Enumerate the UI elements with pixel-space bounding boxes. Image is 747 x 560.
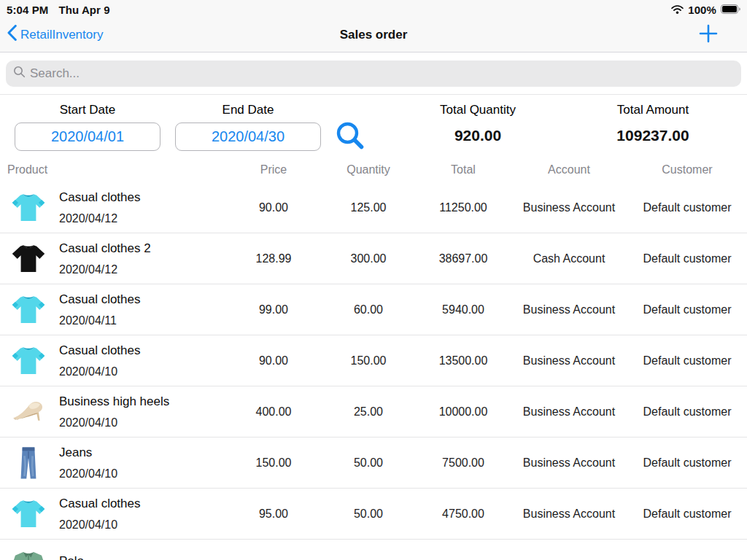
battery-percent: 100% [688, 4, 716, 16]
customer-value: Default customer [627, 456, 747, 470]
high-heel-icon [10, 394, 47, 430]
back-button-label: RetailInventory [20, 28, 103, 42]
price-value: 95.00 [226, 508, 321, 521]
status-bar: 5:04 PM Thu Apr 9 100% [0, 0, 747, 18]
quantity-value: 150.00 [321, 354, 416, 368]
start-date-field[interactable]: 2020/04/01 [15, 122, 160, 151]
sales-order-row[interactable]: Polo [0, 540, 747, 560]
price-value: 90.00 [226, 201, 321, 214]
total-amount-label: Total Amount [591, 103, 715, 117]
account-value: Business Account [511, 456, 627, 470]
price-value: 99.00 [226, 303, 321, 316]
start-date-label: Start Date [15, 103, 160, 117]
price-value: 128.99 [226, 252, 321, 265]
polo-icon [10, 547, 47, 560]
product-name: Casual clothes [59, 497, 141, 511]
product-date: 2020/04/12 [59, 212, 141, 225]
sales-order-row[interactable]: Casual clothes 2020/04/10 90.00 150.00 1… [0, 335, 747, 386]
quantity-value: 300.00 [321, 252, 416, 265]
column-header-customer: Customer [627, 163, 747, 176]
page-title: Sales order [0, 18, 747, 52]
search-input[interactable] [30, 66, 734, 81]
account-value: Business Account [511, 354, 627, 368]
sales-order-row[interactable]: Jeans 2020/04/10 150.00 50.00 7500.00 Bu… [0, 438, 747, 489]
price-value: 400.00 [226, 405, 321, 419]
jeans-icon [10, 445, 47, 481]
sales-order-row[interactable]: Business high heels 2020/04/10 400.00 25… [0, 386, 747, 438]
total-value: 4750.00 [416, 508, 511, 521]
column-header-account: Account [511, 163, 627, 176]
customer-value: Default customer [627, 201, 747, 214]
search-icon [334, 120, 366, 155]
total-value: 7500.00 [416, 456, 511, 470]
account-value: Business Account [511, 201, 627, 214]
total-quantity-label: Total Quantity [416, 103, 540, 117]
sales-order-row[interactable]: Casual clothes 2020/04/11 99.00 60.00 59… [0, 284, 747, 335]
sales-order-row[interactable]: Casual clothes 2020/04/10 95.00 50.00 47… [0, 489, 747, 540]
search-section [0, 52, 747, 95]
back-button[interactable]: RetailInventory [7, 18, 103, 52]
account-value: Business Account [511, 508, 627, 521]
column-header-total: Total [416, 163, 511, 176]
product-name: Casual clothes [59, 190, 141, 205]
end-date-field[interactable]: 2020/04/30 [175, 122, 321, 151]
total-quantity-value: 920.00 [416, 127, 540, 144]
column-header-price: Price [226, 163, 321, 176]
tshirt-cyan-icon [10, 190, 47, 226]
tshirt-black-icon [10, 241, 47, 277]
customer-value: Default customer [627, 303, 747, 316]
customer-value: Default customer [627, 405, 747, 419]
add-order-button[interactable] [699, 18, 718, 52]
wifi-icon [671, 4, 684, 16]
total-value: 13500.00 [416, 354, 511, 368]
plus-icon [699, 24, 718, 46]
filter-search-button[interactable] [334, 121, 366, 153]
account-value: Business Account [511, 405, 627, 419]
product-name: Jeans [59, 446, 117, 460]
account-value: Cash Account [511, 252, 627, 265]
sales-order-row[interactable]: Casual clothes 2 2020/04/12 128.99 300.0… [0, 233, 747, 284]
status-date: Thu Apr 9 [58, 4, 109, 16]
quantity-value: 50.00 [321, 508, 416, 521]
table-header-row: ProductPriceQuantityTotalAccountCustomer [0, 158, 747, 182]
navigation-bar: RetailInventory Sales order [0, 18, 747, 52]
product-date: 2020/04/10 [59, 467, 117, 481]
total-value: 38697.00 [416, 252, 511, 265]
status-time: 5:04 PM [7, 4, 48, 16]
column-header-quantity: Quantity [321, 163, 416, 176]
tshirt-cyan-icon [10, 496, 47, 532]
sales-order-row[interactable]: Casual clothes 2020/04/12 90.00 125.00 1… [0, 182, 747, 233]
product-name: Polo [59, 554, 84, 560]
product-name: Casual clothes [59, 343, 141, 358]
customer-value: Default customer [627, 252, 747, 265]
quantity-value: 25.00 [321, 405, 416, 419]
price-value: 90.00 [226, 354, 321, 368]
chevron-left-icon [7, 25, 17, 44]
filter-section: Start Date End Date Total Quantity Total… [0, 95, 747, 158]
battery-full-icon [721, 4, 740, 16]
product-name: Business high heels [59, 394, 169, 409]
total-value: 5940.00 [416, 303, 511, 316]
tshirt-cyan-icon [10, 343, 47, 379]
quantity-value: 125.00 [321, 201, 416, 214]
product-date: 2020/04/10 [59, 416, 169, 429]
sales-order-list: Casual clothes 2020/04/12 90.00 125.00 1… [0, 182, 747, 560]
search-field[interactable] [6, 61, 741, 87]
product-date: 2020/04/12 [59, 263, 151, 276]
product-name: Casual clothes [59, 292, 141, 307]
column-header-product: Product [0, 163, 226, 176]
product-name: Casual clothes 2 [59, 241, 151, 256]
quantity-value: 50.00 [321, 456, 416, 470]
price-value: 150.00 [226, 456, 321, 470]
customer-value: Default customer [627, 354, 747, 368]
end-date-label: End Date [175, 103, 321, 117]
product-date: 2020/04/10 [59, 518, 141, 532]
account-value: Business Account [511, 303, 627, 316]
total-value: 10000.00 [416, 405, 511, 419]
total-amount-value: 109237.00 [591, 127, 715, 144]
total-value: 11250.00 [416, 201, 511, 214]
product-date: 2020/04/11 [59, 314, 141, 327]
search-icon [13, 66, 26, 81]
quantity-value: 60.00 [321, 303, 416, 316]
tshirt-cyan-icon [10, 292, 47, 328]
